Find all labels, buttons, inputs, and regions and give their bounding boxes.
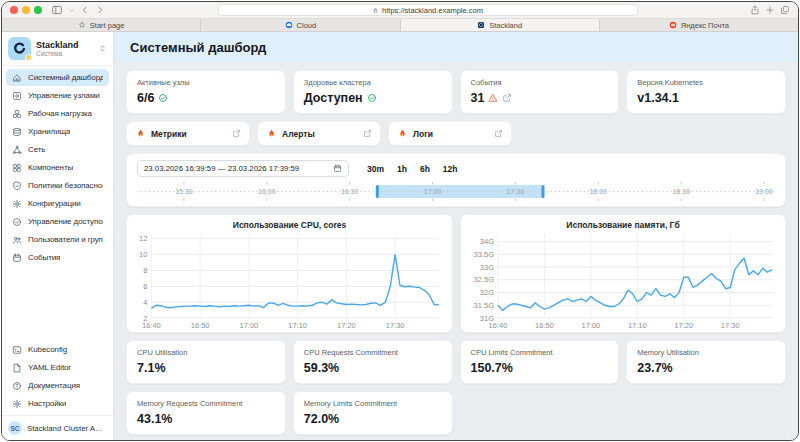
- browser-toolbar: https://stackland.example.com: [2, 2, 798, 19]
- preset-30m-button[interactable]: 30m: [367, 164, 384, 174]
- back-button[interactable]: [80, 5, 90, 15]
- sidebar-item-storage[interactable]: Хранилища: [6, 123, 109, 140]
- address-bar[interactable]: https://stackland.example.com: [218, 4, 638, 16]
- sidebar-item-components[interactable]: Компоненты: [6, 159, 109, 176]
- sidebar-item-label: Системный дашборд: [28, 73, 103, 82]
- svg-text:6: 6: [143, 282, 147, 291]
- traffic-lights: [10, 6, 42, 14]
- sidebar-item-users-groups[interactable]: Пользователи и группы: [6, 231, 109, 248]
- preset-6h-button[interactable]: 6h: [420, 164, 430, 174]
- gear-icon: [12, 199, 22, 209]
- time-range-slider[interactable]: 15:3016:0016:3017:0017:3018:0018:3019:00: [137, 182, 775, 202]
- stat-memory-utilisation: Memory Utilisation 23.7%: [626, 340, 786, 384]
- warning-triangle-icon: [488, 93, 498, 103]
- sidebar-item-configurations[interactable]: Конфигурации: [6, 195, 109, 212]
- metrics-link-button[interactable]: Метрики: [126, 121, 250, 146]
- share-button[interactable]: [750, 5, 760, 15]
- bottom-stats-row-1: CPU Utilisation 7.1% CPU Requests Commit…: [126, 340, 786, 384]
- charts-row: Использование CPU, cores 16:4016:5017:00…: [126, 214, 786, 333]
- sidebar-item-workloads[interactable]: Рабочая нагрузка: [6, 105, 109, 122]
- svg-text:17:00: 17:00: [424, 188, 442, 195]
- sidebar-toggle-button[interactable]: [51, 4, 63, 16]
- quick-link-label: Алерты: [282, 129, 315, 139]
- sidebar-item-settings[interactable]: Настройки: [6, 395, 109, 412]
- stat-cluster-health: Здоровье кластера Доступен: [293, 70, 453, 114]
- svg-text:17:20: 17:20: [674, 321, 693, 330]
- sidebar-item-node-management[interactable]: Управление узлами: [6, 87, 109, 104]
- tab-stackland[interactable]: Stackland: [401, 19, 600, 31]
- time-presets: 30m 1h 6h 12h: [367, 164, 458, 174]
- cloud-favicon: [285, 21, 293, 29]
- zoom-window-button[interactable]: [34, 6, 42, 14]
- toolbar-chevron-down-icon[interactable]: [68, 7, 75, 14]
- svg-text:32G: 32G: [480, 288, 494, 297]
- sidebar-item-access-management[interactable]: Управление доступом: [6, 213, 109, 230]
- stat-label: Активные узлы: [137, 78, 275, 87]
- fire-icon: [397, 128, 408, 139]
- workspace-switcher[interactable]: Stackland Система: [2, 32, 113, 66]
- preset-12h-button[interactable]: 12h: [443, 164, 458, 174]
- top-stats-row: Активные узлы 6/6 Здоровье кластера Дост…: [126, 70, 786, 114]
- sidebar-item-network[interactable]: Сеть: [6, 141, 109, 158]
- sidebar-item-kubeconfig[interactable]: Kubeconfig: [6, 341, 109, 358]
- chart-title: Использование CPU, cores: [135, 220, 444, 230]
- stackland-favicon: [477, 21, 485, 29]
- check-circle-icon: [158, 93, 168, 103]
- help-icon: [12, 381, 22, 391]
- sidebar-item-label: YAML Editor: [28, 363, 71, 372]
- stat-label: CPU Utilisation: [137, 348, 275, 357]
- users-icon: [12, 235, 22, 245]
- quick-link-label: Метрики: [151, 129, 187, 139]
- sidebar-item-label: Компоненты: [28, 163, 73, 172]
- sidebar-item-security-policies[interactable]: Политики безопасности: [6, 177, 109, 194]
- logs-link-button[interactable]: Логи: [388, 121, 512, 146]
- stat-value: 31: [471, 91, 485, 105]
- sidebar-item-system-dashboard[interactable]: Системный дашборд: [6, 69, 109, 86]
- tab-label: Cloud: [297, 21, 317, 30]
- sidebar-item-label: Документация: [28, 381, 80, 390]
- sidebar-item-events[interactable]: События: [6, 249, 109, 266]
- stat-value: 72.0%: [304, 412, 339, 426]
- browser-window: https://stackland.example.com Start page…: [1, 1, 799, 441]
- sidebar-item-label: События: [28, 253, 60, 262]
- chevron-updown-icon[interactable]: [98, 44, 107, 53]
- fire-icon: [266, 128, 277, 139]
- tab-cloud[interactable]: Cloud: [201, 19, 400, 31]
- gear-icon: [12, 399, 22, 409]
- svg-text:12: 12: [139, 234, 147, 243]
- alerts-link-button[interactable]: Алерты: [257, 121, 381, 146]
- minimize-window-button[interactable]: [22, 6, 30, 14]
- stat-cpu-requests-commitment: CPU Requests Commitment 59.3%: [293, 340, 453, 384]
- date-range-input[interactable]: 23.03.2026 16:39:59 — 23.03.2026 17:39:5…: [137, 160, 349, 177]
- stat-active-nodes: Активные узлы 6/6: [126, 70, 286, 114]
- sidebar-item-yaml-editor[interactable]: YAML Editor: [6, 359, 109, 376]
- forward-button[interactable]: [95, 5, 105, 15]
- tab-start-page[interactable]: Start page: [2, 19, 201, 31]
- svg-text:31.5G: 31.5G: [474, 301, 495, 310]
- stat-label: События: [471, 78, 609, 87]
- stat-label: Memory Limits Commitment: [304, 399, 442, 408]
- sidebar-footer-nav: Kubeconfig YAML Editor Документация Наст…: [2, 338, 113, 415]
- network-icon: [12, 145, 22, 155]
- preset-1h-button[interactable]: 1h: [397, 164, 407, 174]
- tab-overview-button[interactable]: [780, 5, 790, 15]
- new-tab-button[interactable]: [765, 5, 775, 15]
- user-menu[interactable]: SC Stackland Cluster Admini...: [2, 415, 113, 440]
- calendar-icon[interactable]: [333, 164, 342, 173]
- tab-label: Start page: [90, 21, 125, 30]
- logo-badge: [25, 54, 32, 61]
- svg-text:16:50: 16:50: [191, 321, 210, 330]
- close-window-button[interactable]: [10, 6, 18, 14]
- svg-text:32.5G: 32.5G: [474, 275, 495, 284]
- sidebar-item-label: Управление доступом: [28, 217, 103, 226]
- stat-memory-limits-commitment: Memory Limits Commitment 72.0%: [293, 391, 453, 435]
- svg-text:17:10: 17:10: [288, 321, 307, 330]
- external-link-icon[interactable]: [502, 93, 512, 103]
- stat-cpu-limits-commitment: CPU Limits Commitment 150.7%: [460, 340, 620, 384]
- sidebar: Stackland Система Системный дашборд Упра…: [2, 32, 114, 440]
- quick-link-label: Логи: [413, 129, 433, 139]
- sidebar-item-documentation[interactable]: Документация: [6, 377, 109, 394]
- tab-yandex-mail[interactable]: Яндекс Почта: [600, 19, 798, 31]
- sidebar-item-label: Сеть: [28, 145, 45, 154]
- sidebar-nav: Системный дашборд Управление узлами Рабо…: [2, 66, 113, 269]
